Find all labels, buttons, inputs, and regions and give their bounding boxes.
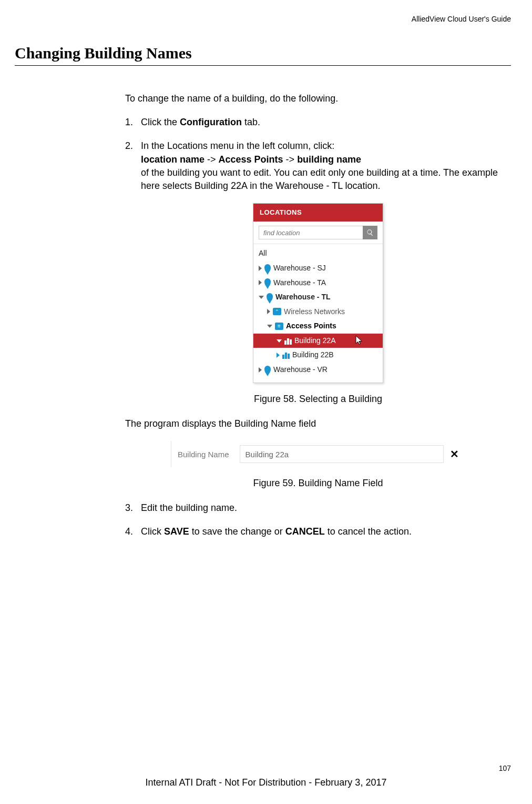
search-icon — [366, 229, 374, 236]
tree-item-warehouse-ta[interactable]: Warehouse - TA — [253, 276, 383, 290]
tree-item-wireless-networks[interactable]: ⌃ Wireless Networks — [253, 305, 383, 319]
step-4-b2: CANCEL — [285, 526, 325, 537]
chevron-down-icon — [259, 296, 264, 299]
tree-item-warehouse-sj[interactable]: Warehouse - SJ — [253, 261, 383, 276]
search-button[interactable] — [363, 226, 377, 239]
clear-button[interactable]: ✕ — [450, 447, 459, 461]
step-3-body: Edit the building name. — [141, 501, 511, 515]
cursor-icon — [354, 335, 364, 346]
building-name-input[interactable] — [240, 445, 444, 463]
step-2-a2: -> — [283, 154, 298, 165]
chevron-right-icon — [259, 280, 262, 285]
building-name-label: Building Name — [178, 449, 229, 460]
chevron-right-icon — [259, 367, 262, 373]
tree-vr-label: Warehouse - VR — [273, 365, 328, 375]
after-figure1-text: The program displays the Building Name f… — [125, 417, 511, 430]
step-1-post: tab. — [242, 117, 260, 127]
location-pin-icon — [264, 366, 271, 374]
intro-text: To change the name of a building, do the… — [125, 92, 511, 105]
tree-b22b-label: Building 22B — [292, 350, 334, 360]
section-title: Changing Building Names — [15, 44, 511, 66]
tree-wireless-label: Wireless Networks — [284, 307, 345, 317]
step-2-body: In the Locations menu in the left column… — [141, 139, 511, 193]
tree-sj-label: Warehouse - SJ — [273, 263, 326, 274]
step-1-number: 1. — [125, 116, 141, 129]
step-2: 2. In the Locations menu in the left col… — [125, 139, 511, 193]
footer-draft-notice: Internal ATI Draft - Not For Distributio… — [0, 777, 532, 788]
building-icon — [284, 337, 292, 345]
step-4-body: Click SAVE to save the change or CANCEL … — [141, 525, 511, 538]
step-1-pre: Click the — [141, 117, 180, 127]
location-pin-icon — [267, 293, 273, 302]
step-4-number: 4. — [125, 525, 141, 538]
find-location-input[interactable] — [259, 226, 363, 239]
tree-item-all[interactable]: All — [253, 246, 383, 261]
building-icon — [282, 351, 290, 359]
figure-58-caption: Figure 58. Selecting a Building — [125, 393, 511, 406]
step-1-bold: Configuration — [180, 117, 242, 127]
step-3-number: 3. — [125, 501, 141, 515]
tree-item-building-22a[interactable]: Building 22A — [253, 334, 383, 348]
step-2-rest: of the building you want to edit. You ca… — [141, 167, 498, 191]
locations-header: LOCATIONS — [253, 204, 383, 222]
tree-item-warehouse-vr[interactable]: Warehouse - VR — [253, 363, 383, 377]
chevron-right-icon — [259, 266, 262, 271]
step-1-body: Click the Configuration tab. — [141, 116, 511, 129]
tree-b22a-label: Building 22A — [294, 336, 336, 346]
step-2-b3: building name — [297, 154, 361, 165]
step-4-b1: SAVE — [164, 526, 189, 537]
step-2-number: 2. — [125, 139, 141, 193]
location-pin-icon — [264, 278, 271, 287]
figure-59-caption: Figure 59. Building Name Field — [125, 477, 511, 490]
step-2-b2: Access Points — [219, 154, 283, 165]
step-4-pre: Click — [141, 526, 164, 537]
tree-all-label: All — [259, 248, 267, 259]
tree-ta-label: Warehouse - TA — [273, 278, 326, 288]
locations-panel: LOCATIONS All Warehouse - SJ Warehouse -… — [253, 203, 383, 383]
step-4: 4. Click SAVE to save the change or CANC… — [125, 525, 511, 538]
chevron-right-icon — [267, 309, 270, 314]
wifi-icon: ⌃ — [273, 308, 281, 315]
chevron-down-icon — [277, 339, 282, 343]
locations-search-row — [253, 222, 383, 244]
tree-item-access-points[interactable]: ≡ Access Points — [253, 319, 383, 334]
tree-tl-label: Warehouse - TL — [275, 292, 331, 303]
step-2-line1: In the Locations menu in the left column… — [141, 140, 334, 151]
chevron-down-icon — [267, 325, 272, 328]
chevron-right-icon — [277, 353, 280, 358]
step-2-a1: -> — [204, 154, 219, 165]
content-body: To change the name of a building, do the… — [125, 92, 511, 539]
tree-item-building-22b[interactable]: Building 22B — [253, 348, 383, 363]
page-number: 107 — [499, 764, 511, 772]
locations-tree: All Warehouse - SJ Warehouse - TA Wareho… — [253, 244, 383, 382]
header-guide-title: AlliedView Cloud User's Guide — [15, 15, 511, 23]
tree-item-warehouse-tl[interactable]: Warehouse - TL — [253, 290, 383, 305]
step-3: 3. Edit the building name. — [125, 501, 511, 515]
step-2-b1: location name — [141, 154, 204, 165]
step-4-post: to cancel the action. — [325, 526, 412, 537]
step-4-mid: to save the change or — [189, 526, 285, 537]
location-pin-icon — [264, 264, 271, 273]
building-name-field-row: Building Name ✕ — [171, 441, 465, 467]
tree-aps-label: Access Points — [286, 321, 336, 331]
access-point-icon: ≡ — [275, 323, 283, 330]
step-1: 1. Click the Configuration tab. — [125, 116, 511, 129]
